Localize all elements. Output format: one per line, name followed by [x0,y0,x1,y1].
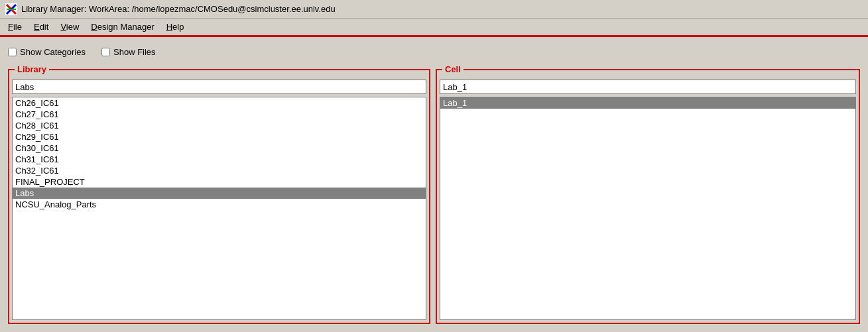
library-filter-input[interactable] [12,80,426,94]
library-panel: Library Ch26_IC61Ch27_IC61Ch28_IC61Ch29_… [8,69,430,324]
menu-bar: File Edit View Design Manager Help [0,19,868,37]
library-list-box[interactable]: Ch26_IC61Ch27_IC61Ch28_IC61Ch29_IC61Ch30… [12,97,426,320]
library-panel-content: Ch26_IC61Ch27_IC61Ch28_IC61Ch29_IC61Ch30… [9,77,429,323]
cell-list-box[interactable]: Lab_1 [440,97,856,320]
cell-filter-input[interactable] [440,80,856,94]
list-item[interactable]: FINAL_PROJECT [13,176,426,188]
list-item[interactable]: Ch31_IC61 [13,154,426,165]
list-item[interactable]: NCSU_Analog_Parts [13,199,426,210]
list-item[interactable]: Ch26_IC61 [13,97,426,109]
app-icon [5,3,17,15]
title-bar: Library Manager: WorkArea: /home/lopezma… [0,0,868,19]
menu-design-manager[interactable]: Design Manager [86,20,159,34]
menu-edit[interactable]: Edit [29,20,54,34]
list-item[interactable]: Ch32_IC61 [13,165,426,176]
show-files-checkbox-label[interactable]: Show Files [101,47,156,57]
cell-panel: Cell Lab_1 [436,69,860,324]
main-content: Library Ch26_IC61Ch27_IC61Ch28_IC61Ch29_… [0,66,868,332]
list-item[interactable]: Ch27_IC61 [13,109,426,120]
list-item[interactable]: Ch29_IC61 [13,131,426,142]
window-title: Library Manager: WorkArea: /home/lopezma… [21,4,336,14]
show-categories-label: Show Categories [20,47,86,57]
list-item[interactable]: Ch28_IC61 [13,120,426,131]
show-categories-checkbox-label[interactable]: Show Categories [8,47,86,57]
menu-view[interactable]: View [55,20,84,34]
show-files-label: Show Files [113,47,156,57]
menu-file[interactable]: File [3,20,27,34]
show-files-checkbox[interactable] [101,48,110,56]
show-categories-checkbox[interactable] [8,48,17,56]
cell-panel-label: Cell [442,64,464,74]
menu-help[interactable]: Help [161,20,190,34]
list-item[interactable]: Lab_1 [440,97,855,109]
library-panel-label: Library [15,64,49,74]
list-item[interactable]: Ch30_IC61 [13,142,426,154]
cell-panel-content: Lab_1 [437,77,859,323]
toolbar: Show Categories Show Files [0,37,868,66]
list-item[interactable]: Labs [13,188,426,199]
